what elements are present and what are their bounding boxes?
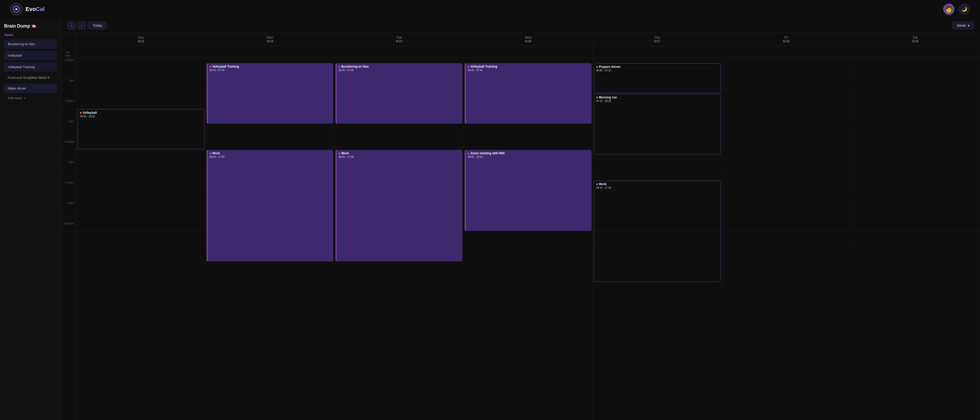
logo-icon[interactable]: [10, 3, 22, 15]
event-3-0[interactable]: Volleyball Training 06:45 - 07:45: [465, 63, 592, 124]
day-slot-1-7: [206, 130, 334, 140]
add-tasks-button[interactable]: Add tasks +: [4, 95, 57, 101]
event-4-1[interactable]: Morning run 07:15 - 08:45: [594, 94, 721, 154]
day-slot-5-9: [722, 150, 851, 160]
day-slot-0-4: [76, 99, 205, 109]
time-label-6-30am: 6:30am: [61, 58, 76, 68]
day-slot-6-9: [851, 150, 980, 160]
all-day-sat: [851, 46, 980, 58]
event-1-1[interactable]: Work 08:00 - 17:00: [207, 150, 334, 262]
day-slot-4-10: [593, 160, 722, 170]
task-item-frontend[interactable]: Front-end Simplified Week 6: [4, 74, 57, 82]
day-slot-6-6: [851, 119, 980, 130]
event-time: 08:00 - 10:00: [468, 155, 590, 158]
event-time: 07:15 - 08:45: [596, 100, 718, 103]
time-slot-half-13: [61, 191, 76, 201]
avatar[interactable]: 🧑: [943, 3, 955, 15]
task-item-make-dinner[interactable]: Make dinner: [4, 84, 57, 93]
day-slot-0-3: [76, 89, 205, 99]
event-time: 06:45 - 07:45: [339, 69, 460, 72]
prev-button[interactable]: ‹: [67, 21, 76, 30]
week-view-select[interactable]: Week ▾: [952, 22, 974, 29]
brain-dump-title: Brain Dump 🧠: [4, 24, 57, 29]
day-header-fri: Fri 6/28: [722, 33, 851, 46]
event-title: Bouldering w/ Alex: [339, 65, 460, 68]
task-item-volleyball[interactable]: Volleyball: [4, 51, 57, 60]
event-2-0[interactable]: Bouldering w/ Alex 06:45 - 07:45: [336, 63, 463, 124]
day-col-sun: Volleyball 09:00 - 10:00: [76, 58, 206, 420]
day-slot-6-2: [851, 79, 980, 89]
day-slot-5-12: [722, 181, 851, 191]
day-slot-2-7: [334, 130, 463, 140]
task-item-bouldering[interactable]: Bouldering w/ Alex: [4, 39, 57, 49]
day-slot-6-5: [851, 109, 980, 119]
time-label-9-30am: 9:30am: [61, 181, 76, 191]
day-slot-6-11: [851, 170, 980, 181]
day-slot-6-16: [851, 221, 980, 231]
time-slot-half-15: [61, 211, 76, 221]
day-slot-5-17: [722, 231, 851, 242]
event-title: Work: [210, 152, 331, 155]
all-day-thu: [593, 46, 722, 58]
svg-point-1: [16, 8, 17, 10]
day-slot-1-8: [206, 140, 334, 150]
event-4-2[interactable]: Work 09:15 - 17:45: [594, 181, 721, 282]
day-slot-3-8: [464, 140, 593, 150]
time-label-7am: 7am: [61, 79, 76, 89]
time-slot-half-1: [61, 68, 76, 79]
day-slot-6-3: [851, 89, 980, 99]
day-col-sat: [851, 58, 980, 420]
day-slot-0-17: [76, 231, 205, 242]
calendar-nav: ‹ › Today: [67, 21, 107, 30]
time-label-8am: 8am: [61, 119, 76, 130]
day-header-sat: Sat 6/29: [851, 33, 980, 46]
dropdown-icon: ▾: [968, 24, 969, 27]
day-slot-4-11: [593, 170, 722, 181]
header: EvoCal 🧑 🌙: [0, 0, 980, 18]
day-slot-0-1: [76, 68, 205, 79]
day-header-sun: Sun 6/23: [76, 33, 206, 46]
event-time: 06:45 - 07:45: [210, 69, 331, 72]
event-0-0[interactable]: Volleyball 09:00 - 10:00: [78, 109, 204, 149]
all-day-row: All day: [61, 46, 980, 58]
day-headers-row: Sun 6/23 Mon 6/24 Tue 6/25 Wed 6/26 Thu: [61, 33, 980, 46]
brain-emoji: 🧠: [32, 24, 36, 28]
event-time: 09:00 - 10:00: [80, 115, 202, 118]
day-slot-5-4: [722, 99, 851, 109]
day-col-fri: [722, 58, 851, 420]
time-label-9am: 9am: [61, 160, 76, 170]
day-slot-6-7: [851, 130, 980, 140]
day-slot-5-8: [722, 140, 851, 150]
day-slot-5-0: [722, 58, 851, 68]
event-title: Volleyball Training: [210, 65, 331, 68]
day-slot-6-14: [851, 201, 980, 211]
add-icon: +: [24, 96, 26, 100]
event-3-1[interactable]: Zoom meeting with Will 08:00 - 10:00: [465, 150, 592, 231]
event-2-1[interactable]: Work 08:00 - 17:00: [336, 150, 463, 262]
day-header-thu: Thu 6/27: [593, 33, 722, 46]
event-title: Work: [339, 152, 460, 155]
task-item-volleyball-training[interactable]: Volleyball Training: [4, 62, 57, 72]
event-1-0[interactable]: Volleyball Training 06:45 - 07:45: [207, 63, 334, 124]
event-time: 08:00 - 17:00: [339, 155, 460, 158]
event-time: 09:15 - 17:45: [596, 186, 718, 189]
day-slot-5-11: [722, 170, 851, 181]
next-button[interactable]: ›: [78, 21, 86, 30]
event-4-0[interactable]: Prepare dinner 06:45 - 07:15: [594, 63, 721, 93]
day-slot-6-1: [851, 68, 980, 79]
time-label-10am: 10am: [61, 201, 76, 211]
day-header-tue: Tue 6/25: [334, 33, 464, 46]
day-header-wed: Wed 6/26: [464, 33, 593, 46]
time-label-7-30am: 7:30am: [61, 99, 76, 109]
day-col-wed: Volleyball Training 06:45 - 07:45 Zoom m…: [464, 58, 593, 420]
day-slot-0-11: [76, 170, 205, 181]
tasks-label: Tasks: [4, 33, 57, 37]
day-slot-5-13: [722, 191, 851, 201]
time-slot-half-11: [61, 170, 76, 181]
day-slot-2-8: [334, 140, 463, 150]
event-time: 06:45 - 07:15: [596, 69, 718, 72]
day-slot-0-14: [76, 201, 205, 211]
theme-toggle-button[interactable]: 🌙: [959, 3, 970, 15]
time-slot-half-7: [61, 130, 76, 140]
today-button[interactable]: Today: [88, 22, 107, 29]
